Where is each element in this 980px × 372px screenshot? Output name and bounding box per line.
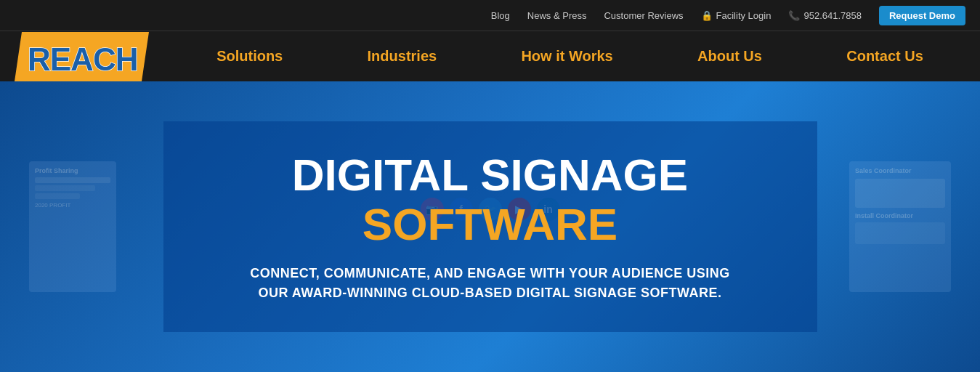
hero-subtitle: CONNECT, COMMUNICATE, AND ENGAGE WITH YO… <box>200 264 781 303</box>
nav-about[interactable]: About Us <box>690 48 769 65</box>
facility-login-link[interactable]: 🔒 Facility Login <box>701 10 772 21</box>
lock-icon: 🔒 <box>701 10 713 21</box>
request-demo-button[interactable]: Request Demo <box>879 6 965 25</box>
main-nav: Solutions Industries How it Works About … <box>174 48 965 65</box>
hero-title-white: DIGITAL SIGNAGE <box>292 150 688 200</box>
svg-text:REACH: REACH <box>28 41 137 77</box>
hero-title-orange: SOFTWARE <box>363 199 617 249</box>
hero-title: DIGITAL SIGNAGE SOFTWARE <box>200 150 781 249</box>
news-link[interactable]: News & Press <box>527 10 587 21</box>
nav-how-it-works[interactable]: How it Works <box>514 48 620 65</box>
phone-link[interactable]: 📞 952.641.7858 <box>788 10 862 21</box>
logo[interactable]: REACH REACH REACH <box>15 28 160 86</box>
blog-link[interactable]: Blog <box>491 10 510 21</box>
phone-number: 952.641.7858 <box>803 10 862 21</box>
phone-icon: 📞 <box>788 10 800 21</box>
hero-content-box: DIGITAL SIGNAGE SOFTWARE CONNECT, COMMUN… <box>163 121 817 332</box>
reviews-link[interactable]: Customer Reviews <box>604 10 683 21</box>
top-bar: Blog News & Press Customer Reviews 🔒 Fac… <box>0 0 980 31</box>
nav-solutions[interactable]: Solutions <box>209 48 290 65</box>
nav-bar: REACH REACH REACH Solutions Industries H… <box>0 31 980 81</box>
hero-section: Profit Sharing 2020 PROFIT 📷 f 🐦 ▶ in Sa… <box>0 81 980 372</box>
nav-contact[interactable]: Contact Us <box>839 48 931 65</box>
nav-industries[interactable]: Industries <box>360 48 445 65</box>
logo-container: REACH REACH REACH <box>15 28 174 86</box>
facility-login-label: Facility Login <box>716 10 772 21</box>
